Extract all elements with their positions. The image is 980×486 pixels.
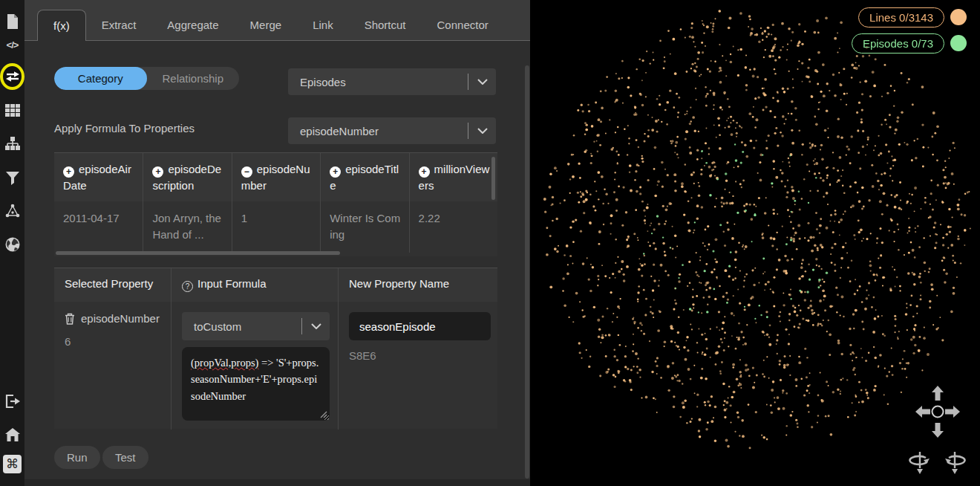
formula-args: (propVal,props) xyxy=(191,357,258,369)
preview-table-row: 2011-04-17 Jon Arryn, the Hand of ... 1 … xyxy=(54,201,497,253)
help-icon[interactable]: ? xyxy=(182,281,193,292)
panel-bottom-strip xyxy=(24,479,530,486)
tab-connector[interactable]: Connector xyxy=(422,10,504,40)
rotate-left-icon[interactable] xyxy=(909,450,931,474)
app-window: </> xyxy=(0,0,980,486)
node-cloud-canvas[interactable] xyxy=(530,0,980,486)
pan-down-arrow[interactable] xyxy=(932,423,944,438)
formula-table-header: Selected Property ?Input Formula New Pro… xyxy=(54,268,497,302)
properties-preview-table: +episodeAirDate +episodeDescription −epi… xyxy=(54,152,497,256)
input-formula-cell: toCustom (propVal,props) => 'S'+props.se… xyxy=(171,302,338,430)
file-icon[interactable] xyxy=(0,9,24,33)
chevron-down-icon xyxy=(468,74,496,90)
table-icon[interactable] xyxy=(0,98,24,123)
tab-fx[interactable]: f(x) xyxy=(37,10,86,41)
pan-up-arrow[interactable] xyxy=(932,386,944,401)
pan-left-arrow[interactable] xyxy=(915,406,930,418)
run-button[interactable]: Run xyxy=(54,446,100,469)
code-icon[interactable]: </> xyxy=(0,33,24,57)
horizontal-scrollbar[interactable] xyxy=(56,251,340,255)
transform-swap-icon[interactable] xyxy=(0,64,24,88)
cell-episode-number: 1 xyxy=(232,201,320,253)
add-property-icon[interactable]: + xyxy=(152,166,163,178)
hierarchy-icon[interactable] xyxy=(0,132,24,156)
trash-icon[interactable] xyxy=(65,313,75,325)
cell-episode-title: Winter Is Coming xyxy=(320,201,408,253)
center-view-button[interactable] xyxy=(931,405,944,418)
tab-link[interactable]: Link xyxy=(297,10,349,40)
episodes-legend-badge[interactable]: Episodes 0/73 xyxy=(852,33,944,54)
tab-merge[interactable]: Merge xyxy=(235,10,298,40)
toggle-category[interactable]: Category xyxy=(54,67,147,90)
category-relationship-toggle: Category Relationship xyxy=(54,67,239,90)
graph-viewport: Lines 0/3143 Episodes 0/73 xyxy=(530,0,980,486)
column-header[interactable]: +episodeDescription xyxy=(143,153,231,201)
cell-episode-description: Jon Arryn, the Hand of ... xyxy=(143,201,231,253)
filter-icon[interactable] xyxy=(0,166,24,190)
lines-color-dot[interactable] xyxy=(950,9,967,25)
property-select[interactable]: episodeNumber xyxy=(288,117,496,144)
apply-formula-label: Apply Formula To Properties xyxy=(54,122,195,135)
new-property-preview: S8E6 xyxy=(349,349,489,362)
new-property-name-input[interactable] xyxy=(349,312,491,340)
formula-table-body: episodeNumber 6 toCustom (propVal,props)… xyxy=(54,302,497,430)
selected-property-header: Selected Property xyxy=(54,268,171,302)
logout-icon[interactable] xyxy=(0,389,24,413)
test-button[interactable]: Test xyxy=(102,446,148,469)
selected-property-name: episodeNumber xyxy=(81,312,160,325)
command-icon[interactable]: ⌘ xyxy=(0,452,24,476)
chevron-down-icon xyxy=(301,318,330,334)
input-formula-header: ?Input Formula xyxy=(171,268,338,302)
add-property-icon[interactable]: + xyxy=(419,166,430,178)
column-header[interactable]: +millionViewers xyxy=(409,153,497,201)
toggle-relationship[interactable]: Relationship xyxy=(147,67,240,90)
property-select-value: episodeNumber xyxy=(288,125,468,137)
vertical-scrollbar[interactable] xyxy=(491,157,495,200)
selected-property-sample: 6 xyxy=(65,335,162,348)
cell-episode-air-date: 2011-04-17 xyxy=(54,201,143,253)
column-header[interactable]: +episodeAirDate xyxy=(54,153,143,201)
formula-panel: f(x) Extract Aggregate Merge Link Shortc… xyxy=(24,0,530,486)
add-property-icon[interactable]: + xyxy=(63,166,74,178)
new-property-name-header: New Property Name xyxy=(338,268,497,302)
cell-million-viewers: 2.22 xyxy=(409,201,497,253)
column-header[interactable]: +episodeTitle xyxy=(320,153,408,201)
rotate-right-icon[interactable] xyxy=(944,450,966,474)
formula-code-textarea[interactable]: (propVal,props) => 'S'+props.seasonNumbe… xyxy=(182,347,330,421)
tool-tabs: f(x) Extract Aggregate Merge Link Shortc… xyxy=(24,0,530,41)
new-property-cell: S8E6 xyxy=(338,302,497,430)
formula-editor-table: Selected Property ?Input Formula New Pro… xyxy=(54,268,497,429)
formula-function-select[interactable]: toCustom xyxy=(182,312,330,340)
network-icon[interactable] xyxy=(0,198,24,223)
category-select-value: Episodes xyxy=(288,76,468,88)
home-icon[interactable] xyxy=(0,422,24,447)
episodes-color-dot[interactable] xyxy=(950,35,967,51)
remove-property-icon[interactable]: − xyxy=(241,166,252,178)
formula-function-value: toCustom xyxy=(182,320,301,333)
tab-aggregate[interactable]: Aggregate xyxy=(151,10,234,40)
tab-shortcut[interactable]: Shortcut xyxy=(349,10,422,40)
panel-scrollbar[interactable] xyxy=(525,65,529,479)
resize-grip-icon[interactable] xyxy=(320,411,327,418)
active-highlight-ring xyxy=(0,63,24,90)
chevron-down-icon xyxy=(468,123,496,139)
pan-dpad xyxy=(915,386,960,438)
pan-right-arrow[interactable] xyxy=(945,406,960,418)
selected-property-cell: episodeNumber 6 xyxy=(54,302,171,430)
globe-icon[interactable] xyxy=(0,232,24,256)
tab-extract[interactable]: Extract xyxy=(86,10,152,40)
column-header[interactable]: −episodeNumber xyxy=(232,153,320,201)
left-icon-sidebar: </> xyxy=(0,0,24,486)
add-property-icon[interactable]: + xyxy=(330,166,341,178)
category-select[interactable]: Episodes xyxy=(288,68,496,95)
preview-table-header: +episodeAirDate +episodeDescription −epi… xyxy=(54,153,497,201)
lines-legend-badge[interactable]: Lines 0/3143 xyxy=(858,7,944,27)
